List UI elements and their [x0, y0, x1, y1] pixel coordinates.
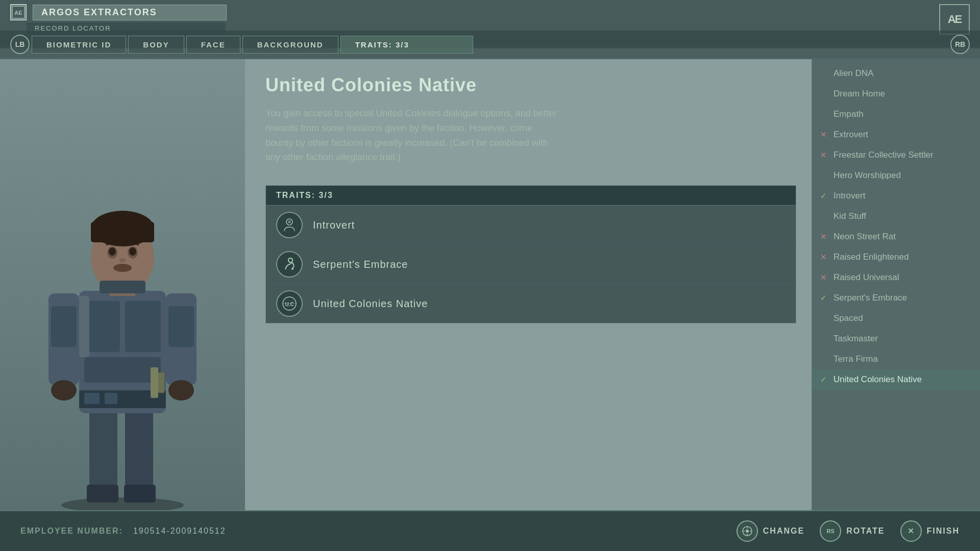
tab-body[interactable]: BODY — [128, 36, 184, 54]
check-mark-icon: ✓ — [820, 293, 829, 303]
sidebar-item-introvert[interactable]: ✓ Introvert — [812, 186, 980, 206]
trait-name-uc: United Colonies Native — [313, 298, 428, 310]
svg-point-19 — [168, 380, 194, 400]
sidebar-item-neon[interactable]: ✕ Neon Street Rat — [812, 227, 980, 247]
svg-rect-10 — [84, 357, 161, 383]
svg-point-2 — [61, 497, 184, 510]
svg-rect-31 — [79, 296, 89, 357]
trait-name-serpent: Serpent's Embrace — [313, 259, 408, 270]
character-preview — [0, 59, 245, 510]
nav-tabs-row: LB BIOMETRIC ID BODY FACE BACKGROUND TRA… — [0, 31, 980, 59]
check-mark-icon: ✓ — [820, 191, 829, 201]
svg-point-27 — [113, 264, 132, 272]
tab-traits[interactable]: TRAITS: 3/3 — [340, 36, 473, 54]
no-mark — [820, 211, 829, 221]
traits-list-panel: TRAITS: 3/3 Introvert — [265, 185, 796, 323]
x-mark-icon: ✕ — [820, 130, 829, 139]
tab-background[interactable]: BACKGROUND — [242, 36, 338, 54]
company-name: ARGOS EXTRACTORS — [33, 5, 227, 20]
trait-item-serpent[interactable]: Serpent's Embrace — [266, 245, 796, 284]
info-panel: United Colonies Native You gain access t… — [245, 59, 812, 510]
change-btn-icon — [737, 520, 758, 542]
svg-rect-12 — [84, 393, 100, 404]
no-mark — [820, 170, 829, 181]
no-mark — [820, 313, 829, 323]
sidebar-item-taskmaster[interactable]: Taskmaster — [812, 329, 980, 349]
x-mark-icon: ✕ — [820, 253, 829, 262]
no-mark — [820, 68, 829, 79]
selected-trait-name: United Colonies Native — [265, 74, 796, 96]
svg-rect-30 — [100, 281, 145, 293]
svg-rect-13 — [105, 393, 117, 404]
svg-point-35 — [288, 220, 291, 223]
bottom-bar: EMPLOYEE NUMBER: 190514-2009140512 CHANG… — [0, 510, 980, 551]
svg-rect-16 — [51, 306, 77, 347]
rotate-label: ROTATE — [846, 527, 885, 536]
trait-item-uc-native[interactable]: U.C United Colonies Native — [266, 284, 796, 323]
sidebar-item-empath[interactable]: Empath — [812, 104, 980, 124]
trait-icon-serpent — [276, 251, 303, 278]
svg-rect-29 — [91, 222, 154, 242]
traits-list-header: TRAITS: 3/3 — [266, 186, 796, 206]
sidebar-item-freestar[interactable]: ✕ Freestar Collective Settler — [812, 145, 980, 165]
sidebar-item-uc-native[interactable]: ✓ United Colonies Native — [812, 369, 980, 390]
x-mark-icon: ✕ — [820, 232, 829, 241]
no-mark — [820, 89, 829, 99]
svg-point-41 — [746, 530, 749, 533]
employee-number: 190514-2009140512 — [133, 527, 226, 536]
sidebar-item-kid-stuff[interactable]: Kid Stuff — [812, 206, 980, 227]
svg-text:U.C: U.C — [285, 302, 293, 307]
rb-button[interactable]: RB — [950, 35, 970, 54]
company-title-row: AE ARGOS EXTRACTORS AE — [0, 0, 980, 22]
x-mark-icon: ✕ — [820, 151, 829, 160]
company-logo-icon: AE — [10, 4, 27, 20]
svg-rect-33 — [158, 372, 164, 393]
finish-label: FINISH — [927, 527, 960, 536]
main-content: United Colonies Native You gain access t… — [0, 59, 980, 510]
no-mark — [820, 334, 829, 344]
ae-logo-icon: AE — [939, 4, 970, 35]
rotate-button[interactable]: RS ROTATE — [820, 520, 885, 542]
svg-text:AE: AE — [14, 10, 22, 16]
sidebar-item-extrovert[interactable]: ✕ Extrovert — [812, 124, 980, 145]
check-mark-icon: ✓ — [820, 375, 829, 384]
sidebar-item-raised-universal[interactable]: ✕ Raised Universal — [812, 267, 980, 288]
sidebar-item-terra-firma[interactable]: Terra Firma — [812, 349, 980, 369]
sidebar-item-raised-enlightened[interactable]: ✕ Raised Enlightened — [812, 247, 980, 267]
svg-rect-8 — [84, 301, 120, 352]
tab-face[interactable]: FACE — [186, 36, 240, 54]
lb-button[interactable]: LB — [10, 35, 30, 54]
svg-point-18 — [51, 380, 77, 400]
character-background — [0, 59, 245, 510]
trait-name-introvert: Introvert — [313, 219, 355, 231]
sidebar-item-spaced[interactable]: Spaced — [812, 308, 980, 329]
change-button[interactable]: CHANGE — [737, 520, 804, 542]
trait-icon-uc: U.C — [276, 290, 303, 317]
trait-item-introvert[interactable]: Introvert — [266, 206, 796, 245]
svg-point-25 — [129, 247, 136, 256]
sidebar-item-serpents-embrace[interactable]: ✓ Serpent's Embrace — [812, 288, 980, 308]
svg-rect-17 — [168, 306, 194, 347]
svg-rect-32 — [151, 367, 158, 398]
sidebar-item-hero[interactable]: Hero Worshipped — [812, 165, 980, 186]
finish-btn-icon: ✕ — [900, 520, 922, 542]
employee-label: EMPLOYEE NUMBER: — [20, 527, 123, 536]
svg-rect-5 — [87, 485, 118, 503]
x-mark-icon: ✕ — [820, 273, 829, 282]
rotate-btn-icon: RS — [820, 520, 841, 542]
no-mark — [820, 354, 829, 364]
svg-point-24 — [109, 247, 116, 256]
finish-button[interactable]: ✕ FINISH — [900, 520, 960, 542]
svg-rect-6 — [124, 485, 156, 503]
traits-sidebar: Alien DNA Dream Home Empath ✕ Extrovert … — [812, 59, 980, 510]
tab-biometric-id[interactable]: BIOMETRIC ID — [32, 36, 126, 54]
trait-icon-introvert — [276, 212, 303, 238]
svg-point-26 — [119, 258, 126, 262]
change-label: CHANGE — [763, 527, 804, 536]
svg-point-36 — [291, 268, 293, 270]
no-mark — [820, 109, 829, 119]
sidebar-item-alien-dna[interactable]: Alien DNA — [812, 63, 980, 84]
svg-rect-9 — [125, 301, 161, 352]
bottom-actions: CHANGE RS ROTATE ✕ FINISH — [737, 520, 960, 542]
sidebar-item-dream-home[interactable]: Dream Home — [812, 84, 980, 104]
